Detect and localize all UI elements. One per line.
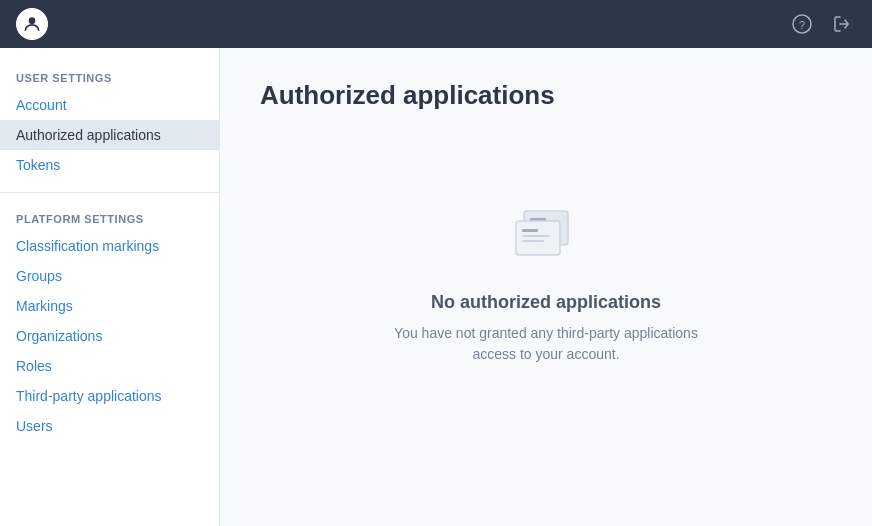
- main-content: Authorized applications No authorized ap…: [220, 48, 872, 526]
- logout-button[interactable]: [828, 10, 856, 38]
- sidebar-item-authorized-applications[interactable]: Authorized applications: [0, 120, 219, 150]
- svg-rect-8: [522, 229, 538, 232]
- sidebar-item-roles[interactable]: Roles: [0, 351, 219, 381]
- navbar-icons: ?: [788, 10, 856, 38]
- sidebar-item-markings[interactable]: Markings: [0, 291, 219, 321]
- empty-state-icon: [506, 203, 586, 272]
- sidebar-item-organizations[interactable]: Organizations: [0, 321, 219, 351]
- layout: USER SETTINGS Account Authorized applica…: [0, 48, 872, 526]
- help-button[interactable]: ?: [788, 10, 816, 38]
- sidebar-item-third-party-applications[interactable]: Third-party applications: [0, 381, 219, 411]
- navbar: ?: [0, 0, 872, 48]
- platform-settings-label: PLATFORM SETTINGS: [0, 205, 219, 231]
- sidebar: USER SETTINGS Account Authorized applica…: [0, 48, 220, 526]
- svg-point-0: [29, 17, 36, 24]
- svg-text:?: ?: [799, 19, 805, 31]
- sidebar-item-users[interactable]: Users: [0, 411, 219, 441]
- sidebar-item-groups[interactable]: Groups: [0, 261, 219, 291]
- empty-state: No authorized applications You have not …: [260, 143, 832, 385]
- sidebar-divider: [0, 192, 219, 193]
- svg-rect-9: [522, 235, 550, 237]
- empty-state-description: You have not granted any third-party app…: [386, 323, 706, 365]
- sidebar-item-classification-markings[interactable]: Classification markings: [0, 231, 219, 261]
- page-title: Authorized applications: [260, 80, 832, 111]
- user-settings-label: USER SETTINGS: [0, 64, 219, 90]
- svg-rect-10: [522, 240, 544, 242]
- empty-state-title: No authorized applications: [431, 292, 661, 313]
- svg-rect-7: [516, 221, 560, 255]
- sidebar-item-tokens[interactable]: Tokens: [0, 150, 219, 180]
- sidebar-item-account[interactable]: Account: [0, 90, 219, 120]
- app-logo: [16, 8, 48, 40]
